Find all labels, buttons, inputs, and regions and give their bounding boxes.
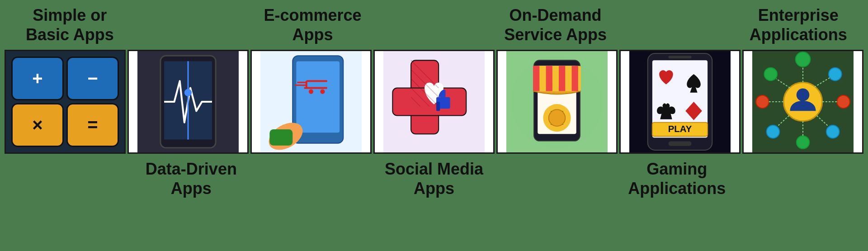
svg-point-50 bbox=[796, 52, 811, 67]
enterprise-label: EnterpriseApplications bbox=[737, 5, 859, 44]
data-driven-card bbox=[127, 50, 249, 154]
data-driven-icon bbox=[129, 51, 247, 152]
ondemand-card bbox=[496, 50, 618, 154]
ondemand-icon bbox=[498, 51, 616, 152]
svg-point-16 bbox=[320, 90, 325, 94]
data-driven-label: Data-DrivenApps bbox=[131, 159, 252, 198]
svg-text:PLAY: PLAY bbox=[668, 124, 692, 134]
gaming-label: GamingApplications bbox=[616, 159, 738, 198]
svg-point-53 bbox=[826, 125, 840, 138]
svg-rect-44 bbox=[669, 142, 692, 146]
svg-point-49 bbox=[797, 88, 810, 101]
social-media-label: Social MediaApps bbox=[373, 159, 495, 198]
svg-point-56 bbox=[756, 95, 769, 109]
svg-point-52 bbox=[837, 95, 850, 109]
svg-rect-35 bbox=[572, 66, 578, 91]
ecommerce-card bbox=[250, 50, 372, 154]
simple-basic-label: Simple orBasic Apps bbox=[9, 5, 131, 44]
svg-point-51 bbox=[829, 68, 842, 81]
calc-minus: − bbox=[66, 57, 119, 100]
calc-multiply: × bbox=[11, 103, 64, 147]
svg-point-39 bbox=[549, 109, 566, 126]
svg-rect-33 bbox=[546, 66, 552, 91]
svg-rect-43 bbox=[669, 56, 692, 58]
ecommerce-label: E-commerceApps bbox=[252, 5, 373, 44]
svg-point-15 bbox=[309, 90, 313, 94]
calc-equals: = bbox=[66, 103, 119, 147]
svg-rect-7 bbox=[296, 61, 340, 133]
social-media-icon bbox=[375, 51, 493, 152]
svg-point-54 bbox=[797, 136, 810, 149]
svg-rect-9 bbox=[269, 129, 292, 146]
ecommerce-icon bbox=[252, 51, 370, 152]
bottom-labels-row: Data-DrivenApps Social MediaApps GamingA… bbox=[0, 154, 868, 204]
cards-row: + − × = bbox=[0, 50, 868, 154]
enterprise-card bbox=[742, 50, 863, 154]
social-media-card bbox=[373, 50, 495, 154]
app-layout: Simple orBasic Apps E-commerceApps On-De… bbox=[0, 0, 868, 251]
svg-point-57 bbox=[764, 68, 777, 81]
gaming-icon: PLAY bbox=[621, 51, 739, 152]
svg-rect-34 bbox=[559, 66, 565, 91]
calculator-card: + − × = bbox=[5, 50, 126, 154]
enterprise-icon bbox=[744, 51, 862, 152]
gaming-card: PLAY bbox=[619, 50, 741, 154]
svg-point-55 bbox=[767, 125, 780, 138]
svg-point-4 bbox=[184, 89, 192, 96]
calc-plus: + bbox=[11, 57, 64, 100]
top-labels-row: Simple orBasic Apps E-commerceApps On-De… bbox=[0, 0, 868, 50]
ondemand-label: On-DemandService Apps bbox=[495, 5, 616, 44]
svg-rect-32 bbox=[533, 66, 539, 91]
